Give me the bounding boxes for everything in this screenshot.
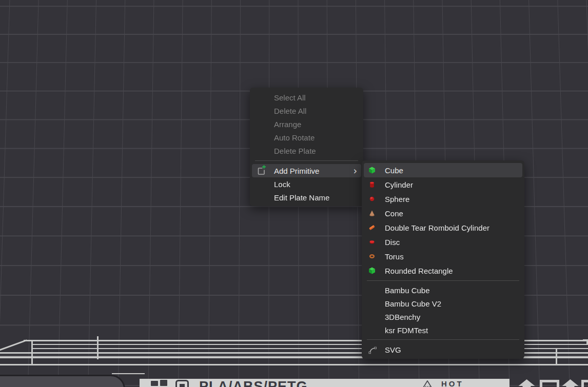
bambu-logo-icon <box>151 380 168 387</box>
submenu-item-disc[interactable]: Disc <box>362 235 524 249</box>
menu-item-auto-rotate[interactable]: Auto Rotate <box>250 131 363 144</box>
romboid-cylinder-icon <box>368 224 376 231</box>
submenu-item-3dbenchy[interactable]: 3DBenchy <box>362 310 524 323</box>
rounded-rectangle-icon <box>368 267 376 274</box>
plate-edge-line <box>31 340 33 365</box>
menu-item-label: Rounded Rectangle <box>385 267 453 275</box>
menu-item-label: Select All <box>274 93 306 102</box>
square-mark-icon <box>581 380 588 387</box>
build-plate-front-edge: PLA/ABS/PETG HOT <box>140 379 509 387</box>
plate-edge-line <box>97 336 99 359</box>
sphere-icon <box>368 195 376 202</box>
menu-item-label: Disc <box>385 238 400 247</box>
plate-orientation-marks <box>517 379 588 387</box>
submenu-item-sphere[interactable]: Sphere <box>362 192 524 206</box>
submenu-item-bambu-cube[interactable]: Bambu Cube <box>362 283 524 297</box>
menu-item-label: Double Tear Romboid Cylinder <box>385 223 489 232</box>
menu-item-label: Auto Rotate <box>274 133 315 142</box>
menu-item-label: Delete Plate <box>274 147 316 155</box>
cube-icon <box>368 167 376 174</box>
plate-edge-line <box>0 364 588 365</box>
menu-item-label: Delete All <box>274 107 306 115</box>
submenu-chevron-icon: › <box>353 166 357 176</box>
menu-item-label: Cylinder <box>385 180 413 189</box>
cylinder-icon <box>368 181 376 188</box>
submenu-item-ksr-fdmtest[interactable]: ksr FDMTest <box>362 323 524 337</box>
submenu-item-cube[interactable]: Cube <box>364 163 522 177</box>
submenu-item-cone[interactable]: Cone <box>362 206 524 220</box>
menu-item-label: Bambu Cube V2 <box>385 299 441 308</box>
menu-item-label: SVG <box>385 345 401 354</box>
square-mark-icon <box>540 380 559 387</box>
add-primitive-icon <box>256 165 266 178</box>
add-primitive-submenu: Cube Cylinder Sphere <box>362 160 524 359</box>
menu-item-label: Bambu Cube <box>385 286 430 295</box>
menu-item-select-all[interactable]: Select All <box>250 91 363 104</box>
menu-separator <box>367 280 519 281</box>
submenu-item-cylinder[interactable]: Cylinder <box>362 177 524 192</box>
arrow-up-icon <box>517 379 536 387</box>
menu-item-label: ksr FDMTest <box>385 326 428 335</box>
plate-context-menu: Select All Delete All Arrange Auto Rotat… <box>250 88 363 206</box>
menu-item-label: 3DBenchy <box>385 313 420 321</box>
cone-icon <box>368 210 376 217</box>
menu-item-delete-all[interactable]: Delete All <box>250 104 363 117</box>
menu-item-label: Sphere <box>385 195 409 203</box>
submenu-item-svg[interactable]: SVG <box>362 342 524 357</box>
menu-separator <box>367 339 519 340</box>
submenu-item-double-tear-romboid-cylinder[interactable]: Double Tear Romboid Cylinder <box>362 220 524 235</box>
menu-item-add-primitive[interactable]: Add Primitive › <box>252 164 361 177</box>
3d-viewport[interactable]: PLA/ABS/PETG HOT Select All Delete All A… <box>0 0 588 387</box>
menu-item-label: Edit Plate Name <box>274 193 329 202</box>
menu-item-lock[interactable]: Lock <box>250 177 363 191</box>
svg-curve-icon <box>368 346 378 354</box>
menu-item-delete-plate[interactable]: Delete Plate <box>250 144 363 157</box>
qr-code-icon <box>175 380 189 387</box>
menu-item-label: Add Primitive <box>274 167 319 175</box>
menu-item-edit-plate-name[interactable]: Edit Plate Name <box>250 191 363 204</box>
menu-item-label: Torus <box>385 252 404 261</box>
menu-item-label: Arrange <box>274 120 301 129</box>
plate-edge-line <box>556 349 557 365</box>
disc-icon <box>368 238 376 246</box>
menu-item-arrange[interactable]: Arrange <box>250 117 363 131</box>
hot-warning-label: HOT <box>441 379 464 387</box>
menu-separator <box>255 160 358 161</box>
submenu-item-torus[interactable]: Torus <box>362 249 524 263</box>
menu-item-label: Cube <box>385 166 403 175</box>
plate-edge-line <box>112 373 145 374</box>
menu-item-label: Cone <box>385 209 403 218</box>
torus-icon <box>368 253 376 260</box>
plate-corner-tab <box>0 375 125 387</box>
arrow-up-icon <box>561 379 580 387</box>
menu-item-label: Lock <box>274 180 290 189</box>
hot-warning-icon <box>421 380 434 387</box>
plate-material-label: PLA/ABS/PETG <box>199 379 308 387</box>
submenu-item-rounded-rectangle[interactable]: Rounded Rectangle <box>362 263 524 278</box>
submenu-item-bambu-cube-v2[interactable]: Bambu Cube V2 <box>362 297 524 310</box>
